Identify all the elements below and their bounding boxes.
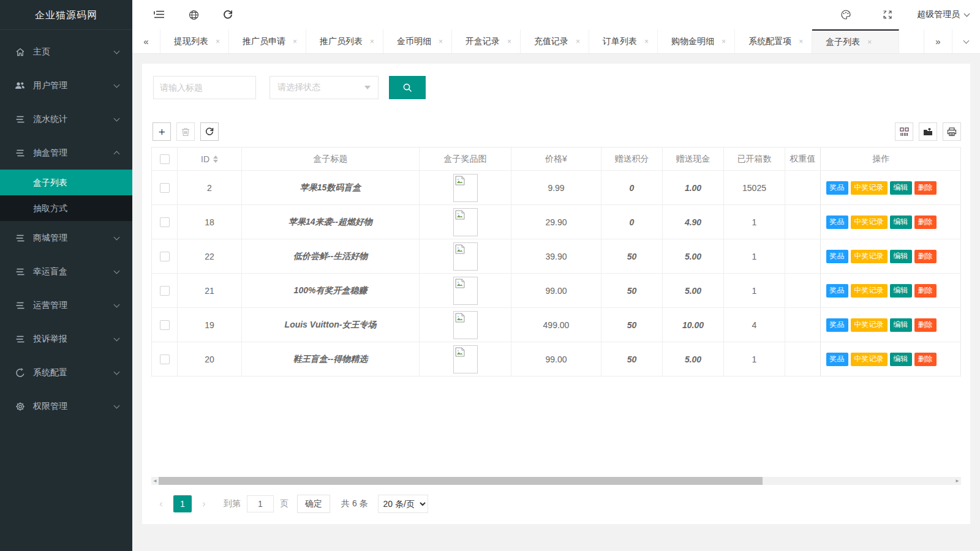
close-icon[interactable]: × [644,37,649,46]
prize-button[interactable]: 奖品 [826,181,848,195]
scrollbar-thumb[interactable] [159,477,763,485]
edit-button[interactable]: 编辑 [890,353,912,366]
delete-row-button[interactable]: 删除 [914,181,937,195]
sidebar-item-draw-mode[interactable]: 抽取方式 [0,195,132,221]
row-checkbox[interactable] [160,183,170,193]
prize-button[interactable]: 奖品 [826,216,848,229]
select-all-checkbox[interactable] [160,154,170,164]
win-record-button[interactable]: 中奖记录 [851,353,888,366]
win-record-button[interactable]: 中奖记录 [851,216,888,229]
confirm-page-button[interactable]: 确定 [297,495,330,513]
edit-button[interactable]: 编辑 [890,318,912,332]
tab[interactable]: 系统配置项 × [735,29,812,53]
close-icon[interactable]: × [370,37,374,46]
edit-button[interactable]: 编辑 [890,250,912,263]
win-record-button[interactable]: 中奖记录 [851,250,888,263]
sidebar-item-operation[interactable]: 运营管理 [0,288,132,322]
close-icon[interactable]: × [293,37,297,46]
prize-button[interactable]: 奖品 [826,318,848,332]
sidebar-item-complaint[interactable]: 投诉举报 [0,322,132,356]
sidebar-item-users[interactable]: 用户管理 [0,69,132,102]
win-record-button[interactable]: 中奖记录 [851,318,888,332]
collapse-sidebar-icon[interactable] [147,2,172,27]
tab-label: 推广员申请 [243,36,285,47]
delete-row-button[interactable]: 删除 [914,353,937,366]
close-icon[interactable]: × [507,37,511,46]
theme-palette-icon[interactable] [834,2,858,27]
prev-page-button[interactable]: ‹ [153,495,170,512]
delete-row-button[interactable]: 删除 [914,216,937,229]
goto-page-input[interactable] [247,495,274,512]
prize-button[interactable]: 奖品 [826,250,848,263]
fullscreen-icon[interactable] [875,2,900,27]
sidebar-item-box-list[interactable]: 盒子列表 [0,170,132,195]
row-checkbox[interactable] [160,217,170,227]
prize-image-placeholder[interactable] [453,345,478,373]
close-icon[interactable]: × [722,37,726,46]
tabs-scroll-right-button[interactable]: » [924,29,952,53]
prize-image-placeholder[interactable] [453,242,478,271]
horizontal-scrollbar[interactable]: ◄ ► [151,477,961,485]
edit-button[interactable]: 编辑 [890,284,912,298]
scroll-right-arrow[interactable]: ► [954,477,961,485]
edit-button[interactable]: 编辑 [890,216,912,229]
prize-button[interactable]: 奖品 [826,284,848,298]
sidebar-item-lucky[interactable]: 幸运盲盒 [0,255,132,288]
prize-image-placeholder[interactable] [453,277,478,305]
columns-filter-button[interactable] [895,122,913,141]
tabs-scroll-left-button[interactable]: « [132,29,160,53]
tab[interactable]: 盒子列表 × [812,29,899,53]
sidebar-item-home[interactable]: 主页 [0,35,132,69]
win-record-button[interactable]: 中奖记录 [851,181,888,195]
tab[interactable]: 推广员申请 × [229,29,306,53]
user-menu[interactable]: 超级管理员 [917,9,969,20]
delete-button[interactable] [176,122,195,141]
close-icon[interactable]: × [216,37,220,46]
sort-icon[interactable] [213,156,218,163]
prize-image-placeholder[interactable] [453,208,478,236]
sidebar-item-flow[interactable]: 流水统计 [0,102,132,136]
tabs-dropdown-button[interactable] [952,29,980,53]
sidebar-item-mall[interactable]: 商城管理 [0,221,132,255]
sidebar-item-box-mgmt[interactable]: 抽盒管理 [0,136,132,170]
scroll-left-arrow[interactable]: ◄ [151,477,159,485]
page-1-button[interactable]: 1 [173,495,192,512]
tab[interactable]: 开盒记录 × [452,29,521,53]
title-search-input[interactable] [153,76,256,99]
close-icon[interactable]: × [439,37,443,46]
row-checkbox[interactable] [160,252,170,261]
prize-button[interactable]: 奖品 [826,353,848,366]
tab[interactable]: 推广员列表 × [306,29,383,53]
row-checkbox[interactable] [160,286,170,296]
edit-button[interactable]: 编辑 [890,181,912,195]
row-checkbox[interactable] [160,354,170,364]
prize-image-placeholder[interactable] [453,174,478,202]
close-icon[interactable]: × [799,37,803,46]
row-checkbox[interactable] [160,320,170,330]
refresh-table-button[interactable] [200,122,219,141]
tab[interactable]: 充值记录 × [521,29,589,53]
tab[interactable]: 提现列表 × [160,29,229,53]
search-button[interactable] [389,76,426,99]
win-record-button[interactable]: 中奖记录 [851,284,888,298]
status-select[interactable]: 请选择状态 [270,76,379,99]
delete-row-button[interactable]: 删除 [914,318,937,332]
delete-row-button[interactable]: 删除 [914,250,937,263]
tab[interactable]: 金币明细 × [383,29,452,53]
sidebar-item-sysconf[interactable]: 系统配置 [0,356,132,389]
tab[interactable]: 购物金明细 × [658,29,735,53]
close-icon[interactable]: × [867,38,872,47]
col-id[interactable]: ID [178,148,242,170]
next-page-button[interactable]: › [195,495,213,512]
print-button[interactable] [943,122,961,141]
close-icon[interactable]: × [576,37,580,46]
globe-icon[interactable] [181,2,206,27]
add-button[interactable]: ＋ [153,122,171,141]
sidebar-item-perm[interactable]: 权限管理 [0,389,132,423]
page-size-select[interactable]: 20 条/页 [378,495,428,513]
tab[interactable]: 订单列表 × [589,29,658,53]
delete-row-button[interactable]: 删除 [914,284,937,298]
export-button[interactable] [919,122,937,141]
prize-image-placeholder[interactable] [453,311,478,339]
refresh-icon[interactable] [216,2,240,27]
